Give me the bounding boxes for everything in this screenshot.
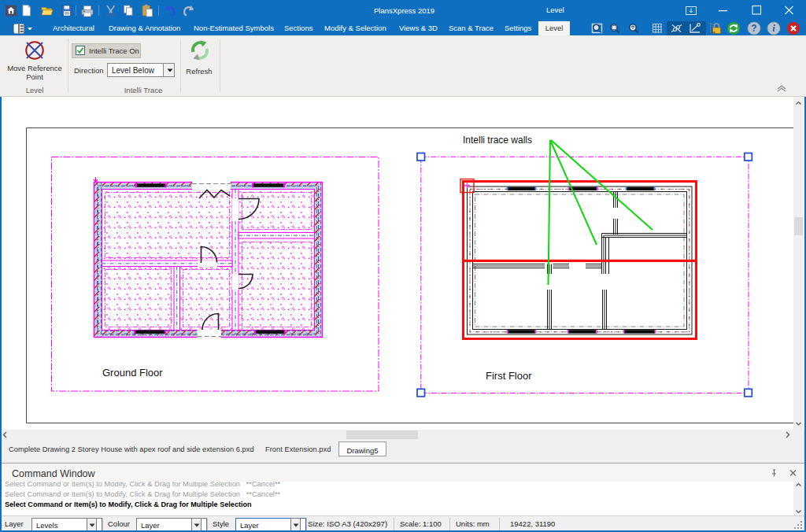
- svg-text:Ground Floor: Ground Floor: [102, 367, 163, 379]
- svg-text:?: ?: [751, 23, 756, 34]
- svg-text:i: i: [772, 23, 775, 34]
- svg-text:First Floor: First Floor: [486, 370, 532, 382]
- svg-text:Intelli trace walls: Intelli trace walls: [463, 135, 532, 146]
